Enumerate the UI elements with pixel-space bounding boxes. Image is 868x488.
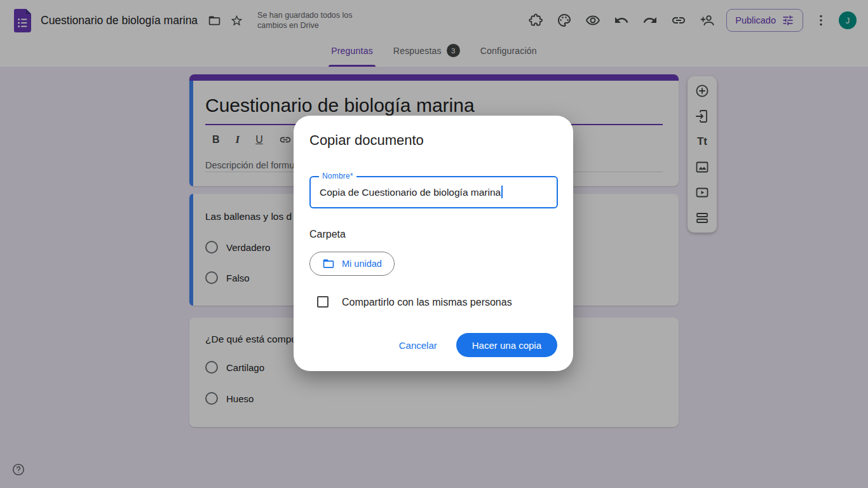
copy-name-value: Copia de Cuestionario de biología marina [320,177,503,207]
make-a-copy-button[interactable]: Hacer una copia [456,333,557,357]
share-checkbox-label: Compartirlo con las mismas personas [342,297,512,308]
folder-picker-button[interactable]: Mi unidad [309,252,395,276]
folder-picker-label: Mi unidad [342,259,382,269]
share-with-same-people-checkbox[interactable] [317,296,329,308]
copy-name-field[interactable]: Nombre* Copia de Cuestionario de biologí… [309,176,558,208]
copy-document-dialog: Copiar documento Nombre* Copia de Cuesti… [294,116,573,371]
cancel-button[interactable]: Cancelar [399,340,437,351]
dialog-title: Copiar documento [309,132,424,149]
dialog-actions: Cancelar Hacer una copia [399,333,557,357]
text-caret [501,186,503,198]
folder-icon [322,257,335,270]
folder-section-label: Carpeta [309,229,346,240]
